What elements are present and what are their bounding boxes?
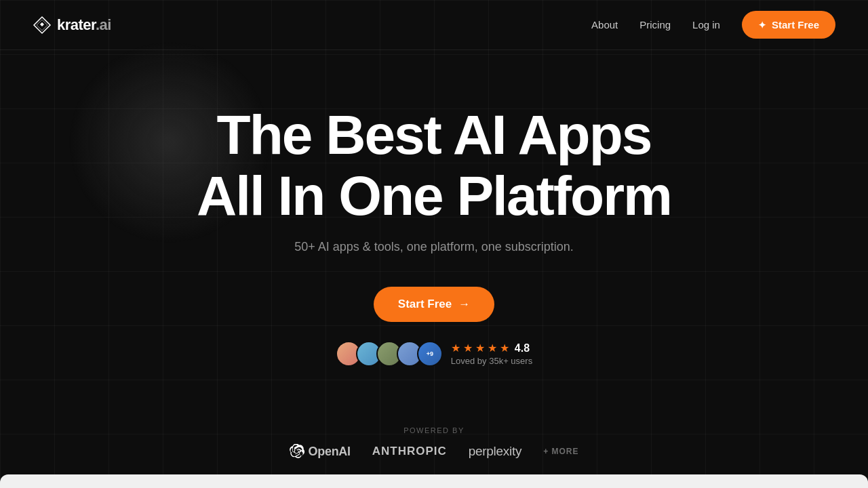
navbar: krater.ai About Pricing Log in ✦ Start F… <box>0 0 868 50</box>
hero-subtitle: 50+ AI apps & tools, one platform, one s… <box>294 240 574 254</box>
star-2: ★ <box>463 342 473 354</box>
stars-row: ★ ★ ★ ★ ★ 4.8 <box>451 342 530 354</box>
powered-by-section: POWERED BY OpenAI ANTHROPIC perplexity +… <box>0 426 868 472</box>
star-3: ★ <box>475 342 485 354</box>
nav-about[interactable]: About <box>591 19 618 30</box>
powered-by-logos: OpenAI ANTHROPIC perplexity + MORE <box>290 444 579 459</box>
openai-logo: OpenAI <box>290 444 351 459</box>
nav-login[interactable]: Log in <box>692 19 720 30</box>
rating-label: Loved by 35k+ users <box>451 356 532 366</box>
hero-section: The Best AI Apps All In One Platform 50+… <box>0 50 868 394</box>
more-label: + MORE <box>543 447 578 456</box>
logo-icon <box>33 16 52 35</box>
user-avatars: +9 <box>336 341 443 367</box>
rating-block: ★ ★ ★ ★ ★ 4.8 Loved by 35k+ users <box>451 342 532 366</box>
spark-icon: ✦ <box>758 20 766 30</box>
hero-cta-label: Start Free <box>398 298 452 311</box>
hero-title: The Best AI Apps All In One Platform <box>197 104 671 226</box>
star-1: ★ <box>451 342 460 354</box>
rating-number: 4.8 <box>515 342 530 354</box>
nav-cta-label: Start Free <box>772 19 819 30</box>
perplexity-logo: perplexity <box>469 444 521 459</box>
nav-start-free-button[interactable]: ✦ Start Free <box>742 11 835 39</box>
openai-icon <box>290 444 304 459</box>
logo-text: krater.ai <box>57 16 111 34</box>
bottom-strip <box>0 474 868 488</box>
star-5: ★ <box>500 342 509 354</box>
avatar-5: +9 <box>417 341 443 367</box>
anthropic-logo: ANTHROPIC <box>372 445 447 458</box>
social-proof: +9 ★ ★ ★ ★ ★ 4.8 Loved by 35k+ users <box>336 341 532 367</box>
powered-by-label: POWERED BY <box>403 426 465 434</box>
arrow-icon: → <box>458 298 470 311</box>
hero-start-free-button[interactable]: Start Free → <box>374 287 494 322</box>
logo-link[interactable]: krater.ai <box>33 16 111 35</box>
nav-pricing[interactable]: Pricing <box>639 19 671 30</box>
star-4: ★ <box>488 342 497 354</box>
nav-links: About Pricing Log in ✦ Start Free <box>591 11 835 39</box>
